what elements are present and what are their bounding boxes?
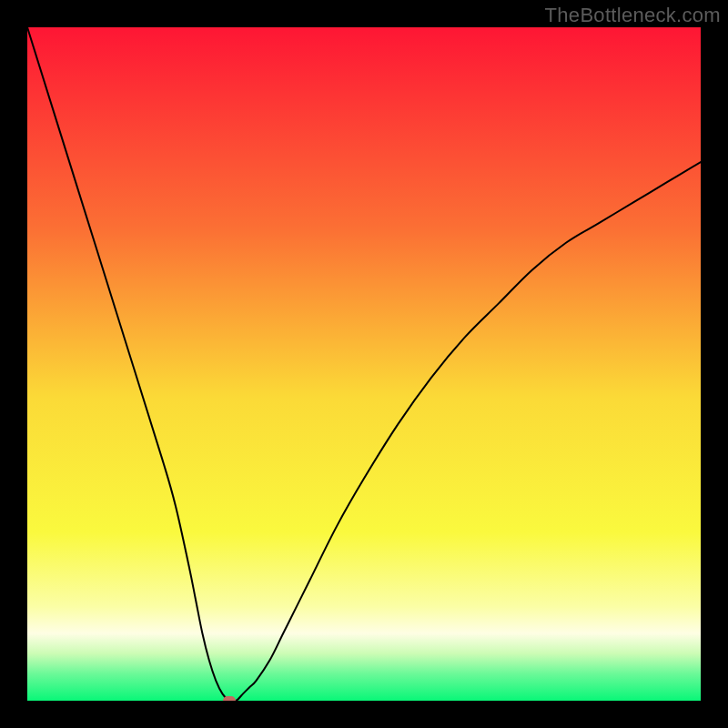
chart-frame: TheBottleneck.com — [0, 0, 728, 728]
curve-layer — [27, 27, 701, 701]
plot-area — [27, 27, 701, 701]
watermark-text: TheBottleneck.com — [545, 4, 721, 27]
bottleneck-curve — [27, 27, 701, 701]
min-marker — [223, 696, 236, 701]
